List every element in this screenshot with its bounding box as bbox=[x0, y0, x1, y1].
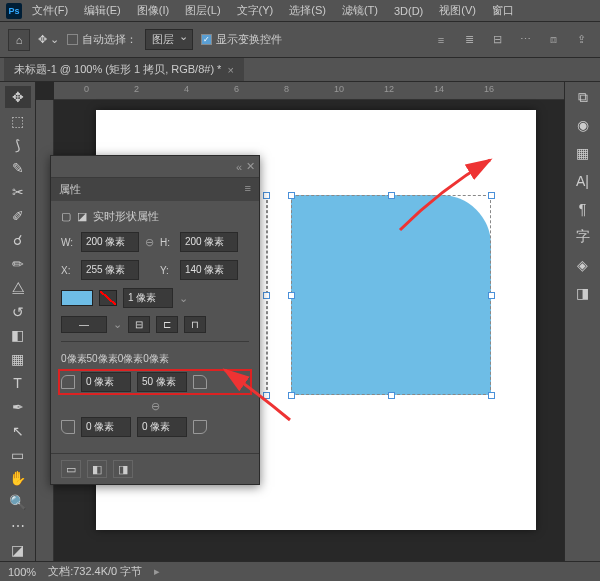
panel-menu-icon[interactable]: ≡ bbox=[245, 182, 251, 194]
transform-handle[interactable] bbox=[263, 292, 270, 299]
history-panel-icon[interactable]: ⧉ bbox=[570, 86, 596, 108]
share-icon[interactable]: ⇪ bbox=[570, 29, 592, 51]
corner-bl-field[interactable]: 0 像素 bbox=[81, 417, 131, 437]
menu-view[interactable]: 视图(V) bbox=[433, 1, 482, 20]
stroke-cap-select[interactable]: ⊏ bbox=[156, 316, 178, 333]
color-panel-icon[interactable]: ◉ bbox=[570, 114, 596, 136]
foreground-color[interactable]: ◪ bbox=[5, 539, 31, 561]
type-tool[interactable]: T bbox=[5, 372, 31, 394]
menu-3d[interactable]: 3D(D) bbox=[388, 3, 429, 19]
align-icon[interactable]: ≡ bbox=[430, 29, 452, 51]
stroke-style-select[interactable]: — bbox=[61, 316, 107, 333]
transform-handle[interactable] bbox=[288, 392, 295, 399]
panel-tab[interactable]: 属性 ≡ bbox=[51, 178, 259, 201]
tools-panel: ✥ ⬚ ⟆ ✎ ✂ ✐ ☌ ✏ ⧋ ↺ ◧ ▦ T ✒ ↖ ▭ ✋ 🔍 ⋯ ◪ bbox=[0, 82, 36, 561]
menu-layer[interactable]: 图层(L) bbox=[179, 1, 226, 20]
corner-tr-field[interactable]: 50 像素 bbox=[137, 372, 187, 392]
swatches-panel-icon[interactable]: ▦ bbox=[570, 142, 596, 164]
mask-icon-2[interactable]: ◧ bbox=[87, 460, 107, 478]
link-wh-icon[interactable]: ⊖ bbox=[145, 236, 154, 249]
path-select-tool[interactable]: ↖ bbox=[5, 420, 31, 442]
shape-type-icon: ▢ bbox=[61, 210, 71, 223]
show-transform-label: 显示变换控件 bbox=[216, 32, 282, 47]
edit-toolbar[interactable]: ⋯ bbox=[5, 515, 31, 537]
stroke-join-select[interactable]: ⊓ bbox=[184, 316, 206, 333]
distribute-icon[interactable]: ⊟ bbox=[486, 29, 508, 51]
height-label: H: bbox=[160, 237, 174, 248]
corner-tl-field[interactable]: 0 像素 bbox=[81, 372, 131, 392]
zoom-tool[interactable]: 🔍 bbox=[5, 491, 31, 513]
menu-window[interactable]: 窗口 bbox=[486, 1, 520, 20]
overflow-icon[interactable]: ⋯ bbox=[514, 29, 536, 51]
zoom-level[interactable]: 100% bbox=[8, 566, 36, 578]
stroke-style-dropdown-icon[interactable]: ⌄ bbox=[113, 318, 122, 331]
transform-handle[interactable] bbox=[288, 292, 295, 299]
eraser-tool[interactable]: ◧ bbox=[5, 324, 31, 346]
auto-select-checkbox[interactable] bbox=[67, 34, 78, 45]
close-tab-icon[interactable]: × bbox=[227, 64, 233, 76]
panel-header[interactable]: « ✕ bbox=[51, 156, 259, 178]
gradient-tool[interactable]: ▦ bbox=[5, 348, 31, 370]
menu-file[interactable]: 文件(F) bbox=[26, 1, 74, 20]
mask-icon[interactable]: ▭ bbox=[61, 460, 81, 478]
marquee-tool[interactable]: ⬚ bbox=[5, 110, 31, 132]
move-tool[interactable]: ✥ bbox=[5, 86, 31, 108]
transform-handle[interactable] bbox=[388, 192, 395, 199]
corner-tl-icon bbox=[61, 375, 75, 389]
eyedropper-tool[interactable]: ✐ bbox=[5, 205, 31, 227]
auto-select-mode[interactable]: 图层 bbox=[145, 29, 193, 50]
properties-panel[interactable]: « ✕ 属性 ≡ ▢ ◪ 实时形状属性 W: 200 像素 ⊖ H: 200 像… bbox=[50, 155, 260, 485]
transform-handle[interactable] bbox=[488, 292, 495, 299]
menu-filter[interactable]: 滤镜(T) bbox=[336, 1, 384, 20]
doc-info[interactable]: 文档:732.4K/0 字节 bbox=[48, 564, 142, 579]
move-tool-indicator[interactable]: ✥ ⌄ bbox=[38, 33, 59, 46]
document-tabs: 未标题-1 @ 100% (矩形 1 拷贝, RGB/8#) * × bbox=[0, 58, 600, 82]
close-panel-icon[interactable]: ✕ bbox=[246, 160, 255, 173]
height-field[interactable]: 200 像素 bbox=[180, 232, 238, 252]
3d-mode-icon[interactable]: ⧈ bbox=[542, 29, 564, 51]
paragraph-panel-icon[interactable]: ¶ bbox=[570, 198, 596, 220]
layers-panel-icon[interactable]: ◨ bbox=[570, 282, 596, 304]
menu-image[interactable]: 图像(I) bbox=[131, 1, 175, 20]
y-field[interactable]: 140 像素 bbox=[180, 260, 238, 280]
home-button[interactable]: ⌂ bbox=[8, 29, 30, 51]
menu-type[interactable]: 文字(Y) bbox=[231, 1, 280, 20]
lasso-tool[interactable]: ⟆ bbox=[5, 134, 31, 156]
healing-tool[interactable]: ☌ bbox=[5, 229, 31, 251]
document-tab[interactable]: 未标题-1 @ 100% (矩形 1 拷贝, RGB/8#) * × bbox=[4, 58, 244, 81]
mask-icon-3[interactable]: ◨ bbox=[113, 460, 133, 478]
properties-panel-icon[interactable]: ◈ bbox=[570, 254, 596, 276]
doc-info-dropdown-icon[interactable]: ▸ bbox=[154, 565, 160, 578]
rectangle-tool[interactable]: ▭ bbox=[5, 444, 31, 466]
show-transform-checkbox[interactable] bbox=[201, 34, 212, 45]
stroke-width-field[interactable]: 1 像素 bbox=[123, 288, 173, 308]
x-field[interactable]: 255 像素 bbox=[81, 260, 139, 280]
history-brush-tool[interactable]: ↺ bbox=[5, 301, 31, 323]
stroke-dropdown-icon[interactable]: ⌄ bbox=[179, 292, 188, 305]
quick-select-tool[interactable]: ✎ bbox=[5, 158, 31, 180]
width-field[interactable]: 200 像素 bbox=[81, 232, 139, 252]
hand-tool[interactable]: ✋ bbox=[5, 468, 31, 490]
panel-title: 属性 bbox=[59, 183, 81, 195]
pen-tool[interactable]: ✒ bbox=[5, 396, 31, 418]
crop-tool[interactable]: ✂ bbox=[5, 181, 31, 203]
align-icon-2[interactable]: ≣ bbox=[458, 29, 480, 51]
transform-handle[interactable] bbox=[263, 192, 270, 199]
link-corners-icon[interactable]: ⊖ bbox=[151, 400, 160, 412]
collapse-icon[interactable]: « bbox=[236, 161, 242, 173]
stamp-tool[interactable]: ⧋ bbox=[5, 277, 31, 299]
transform-handle[interactable] bbox=[288, 192, 295, 199]
brush-tool[interactable]: ✏ bbox=[5, 253, 31, 275]
menu-select[interactable]: 选择(S) bbox=[283, 1, 332, 20]
transform-handle[interactable] bbox=[388, 392, 395, 399]
corner-br-field[interactable]: 0 像素 bbox=[137, 417, 187, 437]
transform-handle[interactable] bbox=[488, 192, 495, 199]
transform-handle[interactable] bbox=[263, 392, 270, 399]
menu-edit[interactable]: 编辑(E) bbox=[78, 1, 127, 20]
stroke-align-select[interactable]: ⊟ bbox=[128, 316, 150, 333]
fill-swatch[interactable] bbox=[61, 290, 93, 306]
char-panel-icon[interactable]: A| bbox=[570, 170, 596, 192]
stroke-swatch[interactable] bbox=[99, 290, 117, 306]
glyphs-panel-icon[interactable]: 字 bbox=[570, 226, 596, 248]
transform-handle[interactable] bbox=[488, 392, 495, 399]
